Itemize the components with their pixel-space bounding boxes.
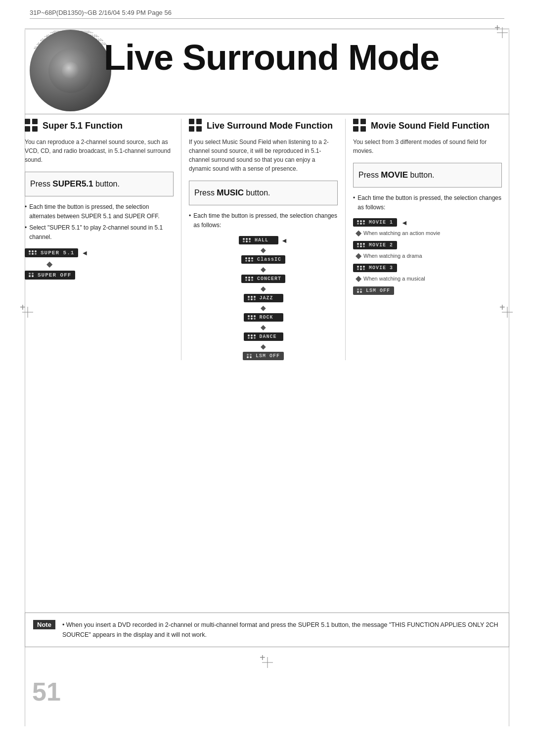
col1-header: Super 5.1 Function bbox=[25, 119, 174, 133]
col1-lcd-row-1: SUPER 5.1 ◄ bbox=[25, 248, 88, 257]
col3-note-movie3-text: When watching a musical bbox=[363, 276, 425, 282]
col3-note-movie3: ◆ When watching a musical bbox=[356, 274, 425, 283]
col3-bullets: • Each time the button is pressed, the s… bbox=[353, 193, 502, 212]
header-bar: 31P~68P(DB1350)~GB 2/16/04 5:49 PM Page … bbox=[30, 9, 504, 19]
col2-bullet-1: • Each time the button is pressed, the s… bbox=[189, 211, 338, 230]
col2-lcd-classic: ClassIC bbox=[241, 255, 285, 264]
col2-title-bold: Function bbox=[295, 121, 333, 131]
col2-diamond-4: ◆ bbox=[261, 304, 266, 312]
col-super51: Super 5.1 Function You can reproduce a 2… bbox=[25, 119, 181, 360]
col1-desc: You can reproduce a 2-channel sound sour… bbox=[25, 138, 174, 164]
col2-bullets: • Each time the button is pressed, the s… bbox=[189, 211, 338, 230]
col2-lcd-concert: CONCERT bbox=[241, 275, 285, 283]
col1-press-button-label: SUPER5.1 bbox=[52, 179, 93, 189]
col1-title: Super 5.1 Function bbox=[43, 121, 123, 131]
col3-note-movie1: ◆ When watching an action movie bbox=[356, 228, 440, 237]
col-music: Live Surround Mode Function If you selec… bbox=[181, 119, 346, 360]
col1-bullet-2-text: Select "SUPER 5.1" to play 2-channel sou… bbox=[29, 223, 174, 242]
col3-icon bbox=[353, 119, 367, 133]
col1-bullet-1: • Each time the button is pressed, the s… bbox=[25, 202, 174, 221]
col1-icon bbox=[25, 119, 39, 133]
col3-note-movie2-text: When watching a drama bbox=[363, 253, 422, 259]
col3-note-movie2: ◆ When watching a drama bbox=[356, 251, 422, 260]
col2-header: Live Surround Mode Function bbox=[189, 119, 338, 133]
col2-title-plain: Live Surround Mode bbox=[207, 121, 295, 131]
page-number: 51 bbox=[32, 677, 61, 707]
col2-diamond-5: ◆ bbox=[261, 323, 266, 331]
col3-press-section: Press MOVIE button. bbox=[353, 163, 502, 188]
crosshair-bottom bbox=[262, 657, 272, 667]
col2-press-button-label: MUSIC bbox=[217, 188, 244, 197]
col3-lcd-movie1-row: MOVIE 1 ◄ bbox=[353, 218, 408, 227]
col3-header: Movie Sound Field Function bbox=[353, 119, 502, 133]
col1-diamond-1: ◆ bbox=[25, 259, 74, 269]
col-movie: Movie Sound Field Function You select fr… bbox=[346, 119, 509, 360]
col1-bullets: • Each time the button is pressed, the s… bbox=[25, 202, 174, 242]
col2-lcd-lsmoff: LSM OFF bbox=[243, 352, 284, 360]
col3-lcd-movie3: MOVIE 3 bbox=[353, 264, 397, 272]
col2-press-section: Press MUSIC button. bbox=[189, 181, 338, 205]
col3-press-button-label: MOVIE bbox=[381, 170, 408, 180]
col1-lcd-sequence: SUPER 5.1 ◄ ◆ SUPER OFF bbox=[25, 248, 174, 280]
mid-rule bbox=[25, 114, 509, 114]
col2-lcd-hall-row: HALL ◄ bbox=[239, 236, 288, 244]
top-rule bbox=[25, 29, 509, 29]
col1-bullet-1-text: Each time the button is pressed, the sel… bbox=[29, 202, 174, 221]
col2-title: Live Surround Mode Function bbox=[207, 121, 333, 131]
col3-title-bold: Function bbox=[452, 121, 490, 131]
col2-icon bbox=[189, 119, 203, 133]
col3-lcd-lsmoff: LSM OFF bbox=[353, 286, 394, 295]
col1-title-bold: Function bbox=[85, 121, 123, 131]
col1-lcd-row-2: SUPER OFF bbox=[25, 271, 75, 280]
note-section: Note • When you insert a DVD recorded in… bbox=[25, 613, 509, 647]
col2-diamond-1: ◆ bbox=[261, 246, 266, 254]
col3-lcd-movie2: MOVIE 2 bbox=[353, 241, 397, 249]
col1-press-section: Press SUPER5.1 button. bbox=[25, 172, 174, 196]
col3-bullet-1-text: Each time the button is pressed, the sel… bbox=[357, 193, 502, 212]
col1-press-text: Press SUPER5.1 button. bbox=[30, 178, 168, 190]
col2-arrow-hall: ◄ bbox=[281, 236, 288, 244]
col3-title-plain: Movie Sound Field bbox=[371, 121, 452, 131]
col2-lcd-dance: DANCE bbox=[244, 332, 283, 341]
col3-arrow-movie1: ◄ bbox=[401, 219, 408, 227]
col2-bullet-1-text: Each time the button is pressed, the sel… bbox=[193, 211, 338, 230]
col3-desc: You select from 3 different modes of sou… bbox=[353, 138, 502, 155]
col3-press-text: Press MOVIE button. bbox=[358, 169, 496, 181]
col3-note-movie1-text: When watching an action movie bbox=[363, 230, 440, 236]
col2-lcd-rock: ROCK bbox=[244, 313, 283, 322]
col2-lcd-sequence: HALL ◄ ◆ ClassIC ◆ bbox=[189, 236, 338, 360]
col2-diamond-6: ◆ bbox=[261, 342, 266, 350]
col2-desc: If you select Music Sound Field when lis… bbox=[189, 138, 338, 173]
col3-bullet-1: • Each time the button is pressed, the s… bbox=[353, 193, 502, 212]
col3-title: Movie Sound Field Function bbox=[371, 121, 490, 131]
col3-lcd-sequence: MOVIE 1 ◄ ◆ When watching an action movi… bbox=[353, 218, 502, 295]
note-label: Note bbox=[33, 620, 55, 629]
col1-lcd-super51: SUPER 5.1 bbox=[25, 248, 78, 257]
col2-press-text: Press MUSIC button. bbox=[194, 187, 332, 199]
col3-lcd-movie1: MOVIE 1 bbox=[353, 218, 397, 227]
content-columns: Super 5.1 Function You can reproduce a 2… bbox=[25, 119, 509, 360]
col1-bullet-2: • Select "SUPER 5.1" to play 2-channel s… bbox=[25, 223, 174, 242]
col2-diamond-3: ◆ bbox=[261, 284, 266, 292]
note-text: • When you insert a DVD recorded in 2-ch… bbox=[62, 620, 501, 640]
col2-lcd-hall: HALL bbox=[239, 236, 278, 244]
col2-lcd-jazz: JAZZ bbox=[244, 294, 283, 302]
col2-diamond-2: ◆ bbox=[261, 265, 266, 273]
col1-arrow-1: ◄ bbox=[81, 249, 88, 257]
col1-lcd-superoff: SUPER OFF bbox=[25, 271, 75, 280]
col1-title-plain: Super 5.1 bbox=[43, 121, 85, 131]
header-text: 31P~68P(DB1350)~GB 2/16/04 5:49 PM Page … bbox=[30, 9, 172, 16]
main-title: Live Surround Mode bbox=[104, 37, 439, 78]
page: 31P~68P(DB1350)~GB 2/16/04 5:49 PM Page … bbox=[0, 0, 534, 756]
